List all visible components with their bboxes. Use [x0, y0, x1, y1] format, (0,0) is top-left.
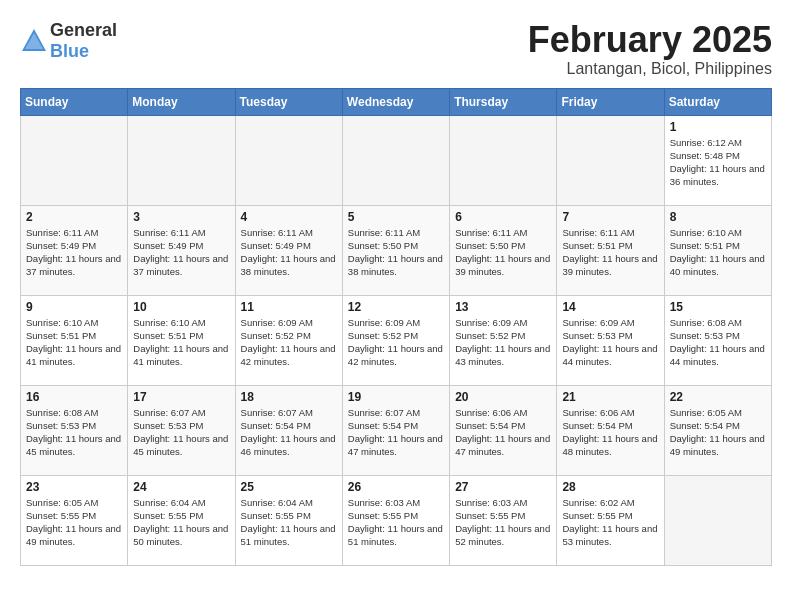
day-number: 13 [455, 300, 551, 314]
day-number: 20 [455, 390, 551, 404]
calendar-cell [21, 115, 128, 205]
day-number: 4 [241, 210, 337, 224]
day-info: Sunrise: 6:07 AMSunset: 5:54 PMDaylight:… [348, 406, 444, 459]
calendar-header-row: SundayMondayTuesdayWednesdayThursdayFrid… [21, 88, 772, 115]
calendar-cell [664, 475, 771, 565]
day-info: Sunrise: 6:12 AMSunset: 5:48 PMDaylight:… [670, 136, 766, 189]
month-title: February 2025 [528, 20, 772, 60]
day-info: Sunrise: 6:02 AMSunset: 5:55 PMDaylight:… [562, 496, 658, 549]
day-info: Sunrise: 6:06 AMSunset: 5:54 PMDaylight:… [562, 406, 658, 459]
calendar-week-row: 9Sunrise: 6:10 AMSunset: 5:51 PMDaylight… [21, 295, 772, 385]
day-info: Sunrise: 6:04 AMSunset: 5:55 PMDaylight:… [241, 496, 337, 549]
calendar-body: 1Sunrise: 6:12 AMSunset: 5:48 PMDaylight… [21, 115, 772, 565]
logo: General Blue [20, 20, 117, 62]
day-info: Sunrise: 6:08 AMSunset: 5:53 PMDaylight:… [26, 406, 122, 459]
calendar-cell: 24Sunrise: 6:04 AMSunset: 5:55 PMDayligh… [128, 475, 235, 565]
calendar-cell: 5Sunrise: 6:11 AMSunset: 5:50 PMDaylight… [342, 205, 449, 295]
calendar-table: SundayMondayTuesdayWednesdayThursdayFrid… [20, 88, 772, 566]
day-info: Sunrise: 6:08 AMSunset: 5:53 PMDaylight:… [670, 316, 766, 369]
calendar-cell: 20Sunrise: 6:06 AMSunset: 5:54 PMDayligh… [450, 385, 557, 475]
logo-blue: Blue [50, 41, 89, 61]
day-number: 18 [241, 390, 337, 404]
calendar-cell: 26Sunrise: 6:03 AMSunset: 5:55 PMDayligh… [342, 475, 449, 565]
calendar-cell: 8Sunrise: 6:10 AMSunset: 5:51 PMDaylight… [664, 205, 771, 295]
weekday-header: Tuesday [235, 88, 342, 115]
day-number: 26 [348, 480, 444, 494]
calendar-cell: 13Sunrise: 6:09 AMSunset: 5:52 PMDayligh… [450, 295, 557, 385]
day-info: Sunrise: 6:11 AMSunset: 5:49 PMDaylight:… [26, 226, 122, 279]
weekday-header: Monday [128, 88, 235, 115]
calendar-cell [342, 115, 449, 205]
logo-general: General [50, 20, 117, 40]
day-number: 27 [455, 480, 551, 494]
day-info: Sunrise: 6:06 AMSunset: 5:54 PMDaylight:… [455, 406, 551, 459]
calendar-cell: 21Sunrise: 6:06 AMSunset: 5:54 PMDayligh… [557, 385, 664, 475]
day-number: 21 [562, 390, 658, 404]
day-info: Sunrise: 6:11 AMSunset: 5:49 PMDaylight:… [241, 226, 337, 279]
day-info: Sunrise: 6:10 AMSunset: 5:51 PMDaylight:… [133, 316, 229, 369]
calendar-week-row: 16Sunrise: 6:08 AMSunset: 5:53 PMDayligh… [21, 385, 772, 475]
day-info: Sunrise: 6:07 AMSunset: 5:54 PMDaylight:… [241, 406, 337, 459]
calendar-cell: 4Sunrise: 6:11 AMSunset: 5:49 PMDaylight… [235, 205, 342, 295]
calendar-cell: 6Sunrise: 6:11 AMSunset: 5:50 PMDaylight… [450, 205, 557, 295]
calendar-cell: 11Sunrise: 6:09 AMSunset: 5:52 PMDayligh… [235, 295, 342, 385]
day-number: 19 [348, 390, 444, 404]
day-number: 7 [562, 210, 658, 224]
day-info: Sunrise: 6:11 AMSunset: 5:49 PMDaylight:… [133, 226, 229, 279]
day-number: 10 [133, 300, 229, 314]
calendar-cell: 3Sunrise: 6:11 AMSunset: 5:49 PMDaylight… [128, 205, 235, 295]
calendar-cell: 14Sunrise: 6:09 AMSunset: 5:53 PMDayligh… [557, 295, 664, 385]
day-info: Sunrise: 6:11 AMSunset: 5:50 PMDaylight:… [348, 226, 444, 279]
day-number: 17 [133, 390, 229, 404]
weekday-header: Saturday [664, 88, 771, 115]
calendar-cell: 22Sunrise: 6:05 AMSunset: 5:54 PMDayligh… [664, 385, 771, 475]
weekday-header: Sunday [21, 88, 128, 115]
day-number: 11 [241, 300, 337, 314]
day-info: Sunrise: 6:05 AMSunset: 5:55 PMDaylight:… [26, 496, 122, 549]
calendar-cell: 10Sunrise: 6:10 AMSunset: 5:51 PMDayligh… [128, 295, 235, 385]
calendar-cell [128, 115, 235, 205]
calendar-cell: 28Sunrise: 6:02 AMSunset: 5:55 PMDayligh… [557, 475, 664, 565]
day-number: 3 [133, 210, 229, 224]
day-number: 12 [348, 300, 444, 314]
day-number: 14 [562, 300, 658, 314]
title-block: February 2025 Lantangan, Bicol, Philippi… [528, 20, 772, 78]
calendar-cell: 15Sunrise: 6:08 AMSunset: 5:53 PMDayligh… [664, 295, 771, 385]
calendar-cell: 16Sunrise: 6:08 AMSunset: 5:53 PMDayligh… [21, 385, 128, 475]
calendar-cell [450, 115, 557, 205]
day-number: 24 [133, 480, 229, 494]
day-number: 16 [26, 390, 122, 404]
calendar-cell: 7Sunrise: 6:11 AMSunset: 5:51 PMDaylight… [557, 205, 664, 295]
location-title: Lantangan, Bicol, Philippines [528, 60, 772, 78]
calendar-cell: 12Sunrise: 6:09 AMSunset: 5:52 PMDayligh… [342, 295, 449, 385]
day-info: Sunrise: 6:09 AMSunset: 5:52 PMDaylight:… [455, 316, 551, 369]
day-number: 15 [670, 300, 766, 314]
calendar-week-row: 23Sunrise: 6:05 AMSunset: 5:55 PMDayligh… [21, 475, 772, 565]
calendar-cell: 17Sunrise: 6:07 AMSunset: 5:53 PMDayligh… [128, 385, 235, 475]
day-info: Sunrise: 6:09 AMSunset: 5:52 PMDaylight:… [348, 316, 444, 369]
weekday-header: Thursday [450, 88, 557, 115]
day-info: Sunrise: 6:09 AMSunset: 5:52 PMDaylight:… [241, 316, 337, 369]
page-header: General Blue February 2025 Lantangan, Bi… [20, 20, 772, 78]
weekday-header: Wednesday [342, 88, 449, 115]
day-number: 9 [26, 300, 122, 314]
calendar-cell: 9Sunrise: 6:10 AMSunset: 5:51 PMDaylight… [21, 295, 128, 385]
day-info: Sunrise: 6:10 AMSunset: 5:51 PMDaylight:… [26, 316, 122, 369]
logo-icon [20, 27, 48, 55]
calendar-cell [235, 115, 342, 205]
day-number: 6 [455, 210, 551, 224]
day-number: 1 [670, 120, 766, 134]
calendar-cell: 18Sunrise: 6:07 AMSunset: 5:54 PMDayligh… [235, 385, 342, 475]
weekday-header: Friday [557, 88, 664, 115]
day-info: Sunrise: 6:10 AMSunset: 5:51 PMDaylight:… [670, 226, 766, 279]
day-info: Sunrise: 6:03 AMSunset: 5:55 PMDaylight:… [455, 496, 551, 549]
day-number: 22 [670, 390, 766, 404]
day-info: Sunrise: 6:11 AMSunset: 5:51 PMDaylight:… [562, 226, 658, 279]
day-info: Sunrise: 6:07 AMSunset: 5:53 PMDaylight:… [133, 406, 229, 459]
day-info: Sunrise: 6:04 AMSunset: 5:55 PMDaylight:… [133, 496, 229, 549]
day-number: 8 [670, 210, 766, 224]
calendar-cell: 2Sunrise: 6:11 AMSunset: 5:49 PMDaylight… [21, 205, 128, 295]
day-number: 25 [241, 480, 337, 494]
day-number: 2 [26, 210, 122, 224]
day-number: 5 [348, 210, 444, 224]
